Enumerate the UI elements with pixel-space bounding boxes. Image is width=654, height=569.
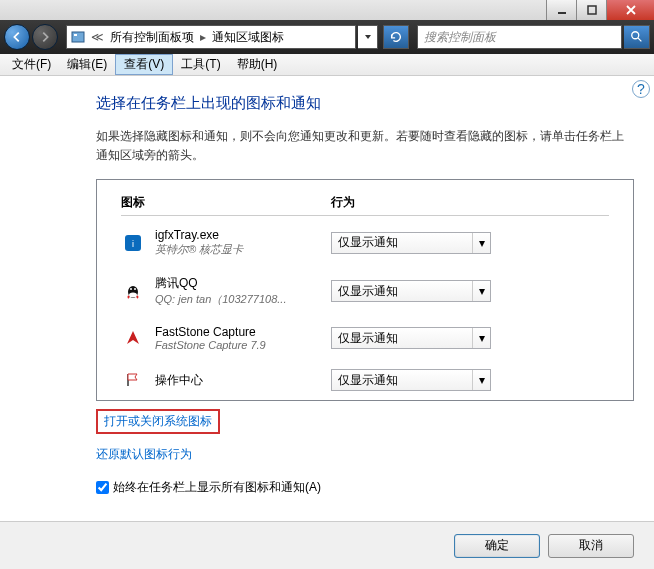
chevron-down-icon: ▾ [472, 370, 490, 390]
titlebar [0, 0, 654, 20]
flag-icon [121, 370, 145, 390]
control-panel-icon [67, 29, 89, 45]
footer: 确定 取消 [0, 521, 654, 569]
chevron-left-icon: ≪ [89, 30, 106, 44]
list-item: FastStone Capture FastStone Capture 7.9 … [121, 325, 609, 351]
svg-point-9 [130, 288, 132, 290]
menu-tools[interactable]: 工具(T) [173, 54, 228, 75]
item-sub: 英特尔® 核芯显卡 [155, 242, 331, 257]
back-button[interactable] [4, 24, 30, 50]
item-sub: QQ: jen tan（103277108... [155, 292, 331, 307]
help-icon[interactable]: ? [632, 80, 650, 98]
behavior-select[interactable]: 仅显示通知▾ [331, 280, 491, 302]
ok-button[interactable]: 确定 [454, 534, 540, 558]
item-name: FastStone Capture [155, 325, 331, 339]
chevron-down-icon: ▾ [472, 233, 490, 253]
breadcrumb[interactable]: ≪ 所有控制面板项 ▸ 通知区域图标 [66, 25, 356, 49]
list-item: i igfxTray.exe 英特尔® 核芯显卡 仅显示通知▾ [121, 228, 609, 257]
page-description: 如果选择隐藏图标和通知，则不会向您通知更改和更新。若要随时查看隐藏的图标，请单击… [96, 127, 634, 165]
behavior-select[interactable]: 仅显示通知▾ [331, 327, 491, 349]
chevron-right-icon: ▸ [198, 30, 208, 44]
cancel-button[interactable]: 取消 [548, 534, 634, 558]
svg-rect-1 [588, 6, 596, 14]
navbar: ≪ 所有控制面板项 ▸ 通知区域图标 搜索控制面板 [0, 20, 654, 54]
menubar: 文件(F) 编辑(E) 查看(V) 工具(T) 帮助(H) [0, 54, 654, 76]
faststone-icon [121, 328, 145, 348]
search-placeholder: 搜索控制面板 [424, 29, 496, 46]
minimize-button[interactable] [546, 0, 576, 20]
restore-defaults-link[interactable]: 还原默认图标行为 [96, 446, 192, 463]
breadcrumb-dropdown[interactable] [358, 25, 378, 49]
behavior-select[interactable]: 仅显示通知▾ [331, 369, 491, 391]
menu-edit[interactable]: 编辑(E) [59, 54, 115, 75]
col-behavior: 行为 [331, 194, 609, 211]
svg-point-4 [631, 32, 638, 39]
always-show-checkbox[interactable] [96, 481, 109, 494]
behavior-select[interactable]: 仅显示通知▾ [331, 232, 491, 254]
breadcrumb-seg-2[interactable]: 通知区域图标 [208, 26, 288, 48]
menu-file[interactable]: 文件(F) [4, 54, 59, 75]
chevron-down-icon: ▾ [472, 328, 490, 348]
checkbox-label: 始终在任务栏上显示所有图标和通知(A) [113, 479, 321, 496]
item-sub: FastStone Capture 7.9 [155, 339, 331, 351]
page-title: 选择在任务栏上出现的图标和通知 [96, 94, 634, 113]
svg-point-8 [129, 293, 137, 298]
intel-icon: i [121, 233, 145, 253]
icons-listbox: 图标 行为 i igfxTray.exe 英特尔® 核芯显卡 仅显示通知▾ 腾讯… [96, 179, 634, 401]
item-name: igfxTray.exe [155, 228, 331, 242]
system-icons-link[interactable]: 打开或关闭系统图标 [96, 409, 220, 434]
close-button[interactable] [606, 0, 654, 20]
forward-button[interactable] [32, 24, 58, 50]
maximize-button[interactable] [576, 0, 606, 20]
item-name: 腾讯QQ [155, 275, 331, 292]
breadcrumb-seg-1[interactable]: 所有控制面板项 [106, 26, 198, 48]
svg-rect-0 [558, 12, 566, 14]
always-show-checkbox-row[interactable]: 始终在任务栏上显示所有图标和通知(A) [96, 479, 634, 496]
menu-view[interactable]: 查看(V) [115, 54, 173, 75]
search-input[interactable]: 搜索控制面板 [417, 25, 622, 49]
list-header: 图标 行为 [121, 194, 609, 216]
refresh-button[interactable] [383, 25, 409, 49]
qq-icon [121, 281, 145, 301]
chevron-down-icon: ▾ [472, 281, 490, 301]
item-name: 操作中心 [155, 372, 331, 389]
svg-rect-2 [72, 32, 84, 42]
svg-text:i: i [132, 239, 134, 249]
list-item: 操作中心 仅显示通知▾ [121, 369, 609, 391]
menu-help[interactable]: 帮助(H) [229, 54, 286, 75]
search-button[interactable] [624, 25, 650, 49]
svg-point-10 [134, 288, 136, 290]
list-item: 腾讯QQ QQ: jen tan（103277108... 仅显示通知▾ [121, 275, 609, 307]
svg-rect-3 [74, 34, 77, 36]
col-icon: 图标 [121, 194, 331, 211]
